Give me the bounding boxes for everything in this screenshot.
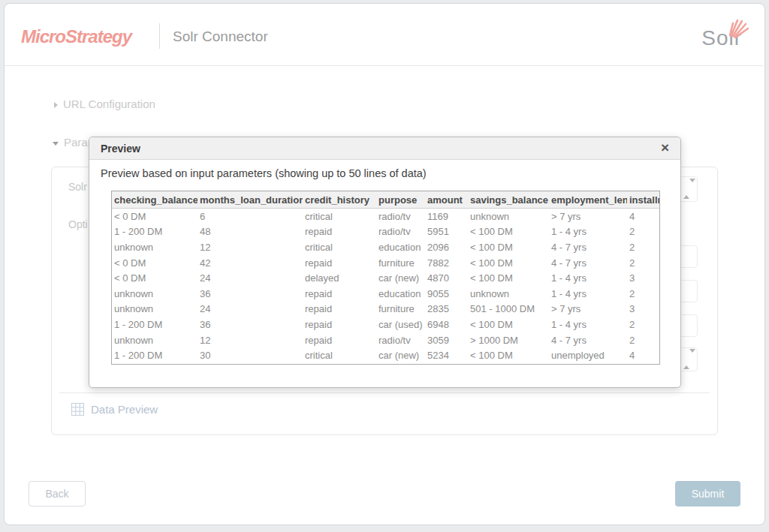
table-cell: delayed (303, 270, 376, 286)
table-cell: radio/tv (376, 209, 425, 224)
table-cell: 4 (627, 347, 660, 363)
table-cell: furniture (376, 302, 425, 317)
table-cell: 3 (627, 302, 660, 317)
table-cell: 4 - 7 yrs (549, 239, 627, 255)
table-cell: unknown (112, 286, 198, 302)
table-row: unknown12repaidradio/tv3059> 1000 DM4 - … (112, 332, 660, 348)
table-cell: 5951 (425, 224, 468, 240)
table-cell: 1 - 200 DM (112, 224, 198, 240)
table-cell: 1 - 4 yrs (549, 286, 627, 302)
table-row: unknown12criticaleducation2096< 100 DM4 … (112, 239, 660, 255)
microstrategy-logo: MicroStrategy (21, 26, 131, 47)
table-cell: < 100 DM (468, 239, 549, 255)
table-cell: critical (303, 209, 376, 224)
table-cell: 4870 (425, 270, 468, 286)
table-cell: < 100 DM (468, 270, 549, 286)
preview-table[interactable]: checking_balancemonths_loan_durationcred… (111, 191, 660, 365)
table-cell: 6 (198, 209, 303, 224)
table-row: 1 - 200 DM30criticalcar (new)5234< 100 D… (112, 347, 660, 363)
table-cell: < 100 DM (468, 317, 549, 332)
table-cell: 3 (627, 270, 660, 286)
solr-sunburst-icon (725, 16, 751, 38)
column-header: savings_balance (468, 191, 549, 209)
chevron-right-icon (54, 102, 58, 108)
table-cell: car (new) (376, 270, 425, 286)
column-header: purpose (376, 191, 425, 209)
section-url-configuration-label: URL Configuration (63, 98, 155, 110)
table-header-row: checking_balancemonths_loan_durationcred… (112, 191, 660, 209)
table-cell: repaid (303, 317, 376, 332)
table-row: unknown24repaidfurniture2835501 - 1000 D… (112, 302, 660, 317)
table-cell: 2 (627, 317, 660, 332)
table-cell: 1 - 4 yrs (549, 317, 627, 332)
table-cell: repaid (303, 224, 376, 240)
table-cell: repaid (303, 255, 376, 271)
table-cell: < 100 DM (468, 224, 549, 240)
table-cell: 6948 (425, 317, 468, 332)
modal-header: Preview × (89, 137, 680, 160)
panel-divider (59, 392, 710, 393)
table-cell: furniture (376, 255, 425, 271)
app-header: MicroStrategy Solr Connector Solr (5, 4, 763, 66)
section-url-configuration[interactable]: URL Configuration (54, 98, 155, 110)
table-cell: 2 (627, 332, 660, 348)
table-row: 1 - 200 DM48repaidradio/tv5951< 100 DM1 … (112, 224, 660, 240)
table-cell: 2835 (425, 302, 468, 317)
table-cell: 1 - 200 DM (112, 317, 198, 332)
table-cell: 42 (198, 255, 303, 271)
app-window: MicroStrategy Solr Connector Solr URL Co… (0, 0, 769, 532)
table-cell: unknown (468, 209, 549, 224)
table-cell: 2 (627, 239, 660, 255)
table-row: < 0 DM6criticalradio/tv1169unknown> 7 yr… (112, 209, 660, 224)
table-row: < 0 DM24delayedcar (new)4870< 100 DM1 - … (112, 270, 660, 286)
table-cell: 36 (198, 286, 303, 302)
column-header: checking_balance (112, 191, 198, 209)
table-cell: 9055 (425, 286, 468, 302)
table-row: 1 - 200 DM36repaidcar (used)6948< 100 DM… (112, 317, 660, 332)
data-preview-link[interactable]: Data Preview (71, 403, 158, 416)
table-cell: critical (303, 239, 376, 255)
submit-button[interactable]: Submit (675, 481, 740, 506)
table-grid-icon (71, 403, 84, 416)
back-button[interactable]: Back (29, 481, 86, 506)
table-cell: < 0 DM (112, 270, 198, 286)
table-cell: 12 (198, 332, 303, 348)
table-cell: > 7 yrs (549, 209, 627, 224)
column-header: installm (627, 191, 660, 209)
table-cell: 24 (198, 302, 303, 317)
table-cell: 36 (198, 317, 303, 332)
modal-title: Preview (101, 143, 140, 155)
select-arrows-icon (683, 353, 689, 366)
table-cell: critical (303, 347, 376, 363)
solr-field-label: Solr (68, 181, 87, 193)
chevron-down-icon (53, 142, 59, 146)
table-cell: 501 - 1000 DM (468, 302, 549, 317)
table-cell: 1 - 200 DM (112, 347, 198, 363)
table-row: unknown36repaideducation9055unknown1 - 4… (112, 286, 660, 302)
table-cell: education (376, 239, 425, 255)
data-preview-label: Data Preview (91, 403, 158, 416)
table-cell: repaid (303, 286, 376, 302)
table-cell: unknown (468, 286, 549, 302)
table-cell: 1 - 4 yrs (549, 270, 627, 286)
table-cell: 2 (627, 224, 660, 240)
table-cell: car (new) (376, 347, 425, 363)
column-header: months_loan_duration (198, 191, 303, 209)
table-cell: 2 (627, 255, 660, 271)
preview-modal: Preview × Preview based on input paramet… (89, 137, 681, 388)
table-cell: 4 - 7 yrs (549, 332, 627, 348)
column-header: employment_length (549, 191, 627, 209)
table-cell: < 100 DM (468, 347, 549, 363)
table-cell: unknown (112, 332, 198, 348)
table-cell: < 0 DM (112, 255, 198, 271)
table-cell: repaid (303, 332, 376, 348)
optional-field-label: Opti (68, 218, 88, 230)
table-cell: 5234 (425, 347, 468, 363)
table-cell: education (376, 286, 425, 302)
table-cell: 4 (627, 209, 660, 224)
select-arrows-icon (683, 182, 689, 196)
table-cell: 3059 (425, 332, 468, 348)
close-icon[interactable]: × (661, 140, 669, 156)
table-cell: 7882 (425, 255, 468, 271)
modal-description: Preview based on input parameters (showi… (101, 167, 427, 179)
